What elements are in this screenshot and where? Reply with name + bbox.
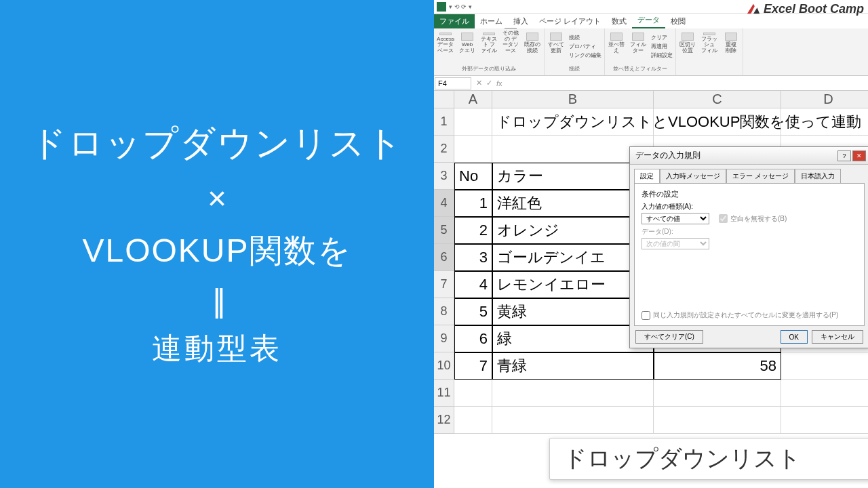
btn-text-to-cols[interactable]: 区切り位置 [679, 33, 696, 54]
cell[interactable]: 1 [454, 190, 492, 217]
btn-reapply[interactable]: 再適用 [651, 43, 673, 50]
cell[interactable]: No [454, 163, 492, 190]
cell[interactable]: 4 [454, 271, 492, 298]
cell[interactable]: ドロップダウンリストとVLOOKUP関数を使って連動 [492, 108, 654, 136]
btn-existing[interactable]: 既存の 接続 [524, 33, 541, 54]
btn-ok[interactable]: OK [781, 330, 808, 344]
btn-clear-all[interactable]: すべてクリア(C) [635, 330, 703, 344]
select-allow[interactable]: すべての値 [642, 213, 709, 224]
cell[interactable] [492, 380, 654, 407]
row-header[interactable]: 6 [434, 244, 454, 271]
cell[interactable] [654, 380, 781, 407]
cell[interactable] [454, 136, 492, 163]
cell[interactable]: 6 [454, 325, 492, 352]
row-header[interactable]: 10 [434, 352, 454, 380]
row-header[interactable]: 5 [434, 217, 454, 244]
btn-filter[interactable]: フィルター [629, 33, 647, 54]
cell[interactable]: 7 [454, 352, 492, 380]
excel-window: Excel Boot Camp ▾ ⟲ ⟳ ▾ ファイル ホーム 挿入 ページ … [434, 0, 868, 488]
dlg-tab-settings[interactable]: 設定 [634, 169, 660, 183]
btn-web[interactable]: Web クエリ [458, 33, 476, 54]
row-header[interactable]: 11 [434, 380, 454, 407]
dlg-tab-ime[interactable]: 日本語入力 [795, 169, 841, 183]
row-header[interactable]: 2 [434, 136, 454, 163]
col-header[interactable]: C [654, 91, 781, 108]
tab-file[interactable]: ファイル [434, 14, 475, 28]
cell[interactable] [781, 380, 868, 407]
btn-other-src[interactable]: その他の データソース [502, 33, 519, 54]
formula-bar: F4 ✕ ✓ fx [434, 76, 868, 91]
dialog-titlebar[interactable]: データの入力規則 ? ✕ [630, 147, 868, 165]
cell[interactable] [492, 407, 654, 434]
dlg-tab-input-msg[interactable]: 入力時メッセージ [660, 169, 726, 183]
tab-home[interactable]: ホーム [475, 14, 508, 28]
col-header[interactable]: D [781, 91, 868, 108]
btn-connections[interactable]: 接続 [569, 34, 601, 41]
dlg-tab-error-msg[interactable]: エラー メッセージ [726, 169, 795, 183]
row-header[interactable]: 4 [434, 190, 454, 217]
btn-refresh-all[interactable]: すべて 更新 [547, 33, 565, 54]
btn-advanced[interactable]: 詳細設定 [651, 52, 673, 59]
cell[interactable] [781, 352, 868, 380]
cell[interactable]: 青緑 [492, 352, 654, 380]
chk-apply-all[interactable] [642, 311, 650, 320]
row-header[interactable]: 12 [434, 407, 454, 434]
data-validation-dialog: データの入力規則 ? ✕ 設定 入力時メッセージ エラー メッセージ 日本語入力… [629, 146, 868, 348]
cell[interactable] [781, 108, 868, 136]
btn-access[interactable]: Access データベース [437, 33, 454, 54]
dlg-section: 条件の設定 [642, 189, 857, 199]
select-all-corner[interactable] [434, 91, 454, 108]
col-header[interactable]: A [454, 91, 492, 108]
tab-insert[interactable]: 挿入 [508, 14, 534, 28]
cell[interactable]: 58 [654, 352, 781, 380]
cancel-icon[interactable]: ✕ [476, 79, 482, 87]
help-icon[interactable]: ? [837, 150, 851, 161]
tab-review[interactable]: 校閲 [665, 14, 691, 28]
brand-logo: Excel Boot Camp [746, 1, 864, 16]
btn-cancel[interactable]: キャンセル [812, 330, 863, 344]
cell[interactable] [454, 407, 492, 434]
row-header[interactable]: 9 [434, 325, 454, 352]
col-header[interactable]: B [492, 91, 654, 108]
close-icon[interactable]: ✕ [852, 150, 866, 161]
chk-ignore-blank[interactable] [719, 214, 728, 223]
ribbon-group-tools: 区切り位置 フラッシュ フィル 重複 削除 [676, 28, 743, 75]
btn-text[interactable]: テキスト ファイル [480, 33, 498, 54]
filter-list: クリア 再適用 詳細設定 [651, 33, 673, 60]
btn-edit-links[interactable]: リンクの編集 [569, 52, 601, 59]
tab-layout[interactable]: ページ レイアウト [534, 14, 606, 28]
row-header[interactable]: 3 [434, 163, 454, 190]
ribbon-group-external: Access データベース Web クエリ テキスト ファイル その他の データ… [434, 28, 545, 75]
btn-remove-dup[interactable]: 重複 削除 [722, 33, 740, 54]
caption-balloon: ドロップダウンリスト [549, 438, 868, 480]
row-header[interactable]: 7 [434, 271, 454, 298]
cell[interactable]: 2 [454, 217, 492, 244]
slide-line2: VLOOKUP関数を [82, 229, 351, 272]
ribbon-data: Access データベース Web クエリ テキスト ファイル その他の データ… [434, 28, 868, 76]
group-label-conn: 接続 [569, 65, 580, 74]
cell[interactable] [654, 407, 781, 434]
group-label-sort: 並べ替えとフィルター [613, 65, 667, 74]
btn-flash-fill[interactable]: フラッシュ フィル [701, 33, 718, 54]
name-box[interactable]: F4 [435, 77, 471, 89]
cell[interactable] [654, 108, 781, 136]
conn-list: 接続 プロパティ リンクの編集 [569, 33, 601, 60]
cell[interactable]: 5 [454, 298, 492, 325]
lbl-allow: 入力値の種類(A): [642, 202, 857, 211]
btn-clear[interactable]: クリア [651, 34, 673, 41]
row-header[interactable]: 8 [434, 298, 454, 325]
row-header[interactable]: 1 [434, 108, 454, 136]
btn-properties[interactable]: プロパティ [569, 43, 601, 50]
cell[interactable] [781, 407, 868, 434]
cell[interactable] [454, 108, 492, 136]
enter-icon[interactable]: ✓ [486, 79, 492, 87]
group-label-external: 外部データの取り込み [462, 65, 516, 74]
tab-data[interactable]: データ [632, 13, 665, 28]
tab-formula[interactable]: 数式 [606, 14, 632, 28]
cell[interactable] [454, 380, 492, 407]
slide-x: × [208, 180, 226, 217]
btn-sort[interactable]: 並べ替え [608, 33, 625, 54]
cell[interactable]: 3 [454, 244, 492, 271]
lbl-data: データ(D): [642, 227, 857, 237]
fx-icon[interactable]: fx [496, 79, 502, 87]
